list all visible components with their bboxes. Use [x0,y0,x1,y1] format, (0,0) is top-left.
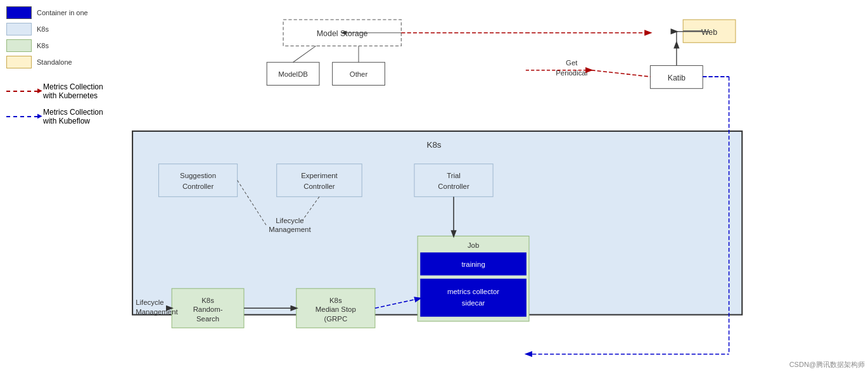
watermark: CSDN@腾讯数据架构师 [789,360,865,369]
svg-text:K8s: K8s [329,297,342,304]
svg-text:Random-: Random- [193,305,223,313]
svg-text:Model Storage: Model Storage [317,29,368,38]
svg-rect-32 [172,288,244,328]
legend-label-blue: Container in one [37,9,88,16]
legend-line-red: ▶ [6,91,38,92]
svg-rect-4 [267,62,319,85]
legend-color-lightblue [6,23,32,35]
svg-text:Experiment: Experiment [301,172,338,179]
svg-rect-25 [418,236,529,321]
svg-text:Management: Management [136,308,178,316]
svg-line-46 [591,70,650,77]
svg-line-61 [293,46,316,62]
svg-rect-0 [132,131,742,315]
svg-text:Management: Management [269,226,311,233]
svg-text:(GRPC: (GRPC [324,315,347,323]
legend-item-blue: Container in one [6,6,103,19]
legend-arrow-blue: ▶ [37,112,42,119]
svg-rect-36 [297,288,375,328]
svg-text:Job: Job [468,241,479,249]
svg-text:Web: Web [701,28,717,37]
legend-label-metrics-kubeflow: Metrics Collection with Kubeflow [43,108,103,125]
svg-rect-20 [414,164,493,197]
legend-item-lightblue: K8s [6,23,103,35]
svg-text:Lifecycle: Lifecycle [276,217,303,224]
diagram-svg: K8s Model Storage ModelDB Other Web Kati… [0,0,868,379]
svg-rect-2 [283,20,401,46]
svg-line-52 [303,196,319,219]
svg-text:Katib: Katib [668,74,686,82]
svg-rect-29 [420,279,527,317]
svg-rect-6 [333,62,385,85]
svg-rect-8 [683,20,736,42]
svg-text:Other: Other [350,70,368,78]
svg-rect-14 [158,164,237,197]
svg-text:Get: Get [566,59,578,67]
legend-item-lightyellow: Standalone [6,56,103,68]
svg-text:sidecar: sidecar [462,299,485,307]
svg-text:Search: Search [196,315,219,323]
svg-text:training: training [461,260,485,268]
diagram-container: Container in one K8s K8s Standalone ▶ Me… [0,0,868,379]
svg-line-42 [401,33,650,77]
legend-color-blue [6,6,32,19]
svg-text:K8s: K8s [201,297,214,304]
svg-text:Trial: Trial [447,172,461,179]
svg-text:Controller: Controller [303,183,335,190]
svg-text:Suggestion: Suggestion [180,172,216,179]
svg-text:metrics collector: metrics collector [447,288,499,295]
legend-item-lightgreen: K8s [6,39,103,52]
legend-label-lightgreen: K8s [37,42,49,49]
svg-text:Periodical: Periodical [556,69,587,77]
svg-line-55 [375,299,420,309]
legend-label-lightyellow: Standalone [37,58,72,66]
legend-line-blue-container: ▶ [6,116,38,117]
legend-label-metrics-k8s: Metrics Collection with Kubernetes [43,82,103,100]
legend-arrow-red: ▶ [37,87,42,94]
legend-line-red-container: ▶ [6,91,38,92]
svg-text:K8s: K8s [426,140,441,150]
legend-label-lightblue: K8s [37,25,49,33]
legend-line-blue: ▶ [6,116,38,117]
legend-color-lightyellow [6,56,32,68]
svg-line-51 [238,181,267,226]
svg-rect-17 [277,164,362,197]
svg-text:Lifecycle: Lifecycle [136,299,163,306]
svg-text:Controller: Controller [182,183,214,190]
legend-item-metrics-kubeflow: ▶ Metrics Collection with Kubeflow [6,108,103,125]
svg-text:ModelDB: ModelDB [278,70,308,78]
legend: Container in one K8s K8s Standalone ▶ Me… [6,6,103,125]
svg-text:Median Stop: Median Stop [316,305,356,313]
svg-rect-10 [650,65,703,88]
legend-item-metrics-k8s: ▶ Metrics Collection with Kubernetes [6,82,103,100]
svg-rect-27 [420,252,527,275]
legend-color-lightgreen [6,39,32,52]
svg-text:Controller: Controller [438,183,469,190]
